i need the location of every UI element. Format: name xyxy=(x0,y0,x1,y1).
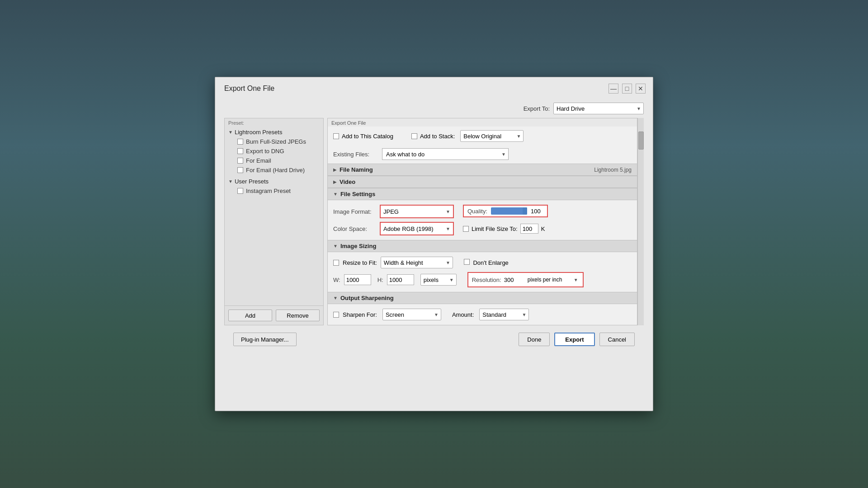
image-format-row: Image Format: JPEG PSD TIFF DNG Orig xyxy=(333,205,454,218)
image-sizing-section-divider: ▼ Image Sizing xyxy=(328,240,637,252)
sharpen-for-checkbox[interactable] xyxy=(333,312,339,318)
export-dialog: Export One File — □ ✕ Export To: Hard Dr… xyxy=(215,77,653,411)
sharpen-for-select[interactable]: Screen Matte Paper Glossy Paper xyxy=(382,309,441,320)
lightroom-presets-group: ▼ Lightroom Presets Burn Full-Sized JPEG… xyxy=(225,127,323,176)
below-original-select[interactable]: Below Original Above Original xyxy=(460,130,524,142)
export-to-select[interactable]: Hard Drive Email CD/DVD xyxy=(553,103,644,114)
right-panel-header: Export One File xyxy=(328,118,637,127)
user-presets-label: User Presets xyxy=(235,178,269,185)
sidebar-item-instagram[interactable]: Instagram Preset xyxy=(225,186,323,196)
dont-enlarge-label: Don't Enlarge xyxy=(473,259,508,266)
lightroom-presets-header[interactable]: ▼ Lightroom Presets xyxy=(225,127,323,137)
right-panel-scrollbar[interactable] xyxy=(637,118,644,325)
close-button[interactable]: ✕ xyxy=(636,84,646,94)
resolution-unit-select[interactable]: pixels per inch pixels per cm xyxy=(525,274,579,286)
image-format-label: Image Format: xyxy=(333,208,376,215)
file-settings-triangle: ▼ xyxy=(333,192,338,197)
dialog-titlebar: Export One File — □ ✕ xyxy=(215,77,653,98)
for-email-checkbox[interactable] xyxy=(237,158,243,164)
sharpen-for-select-wrapper: Screen Matte Paper Glossy Paper ▼ xyxy=(382,309,441,320)
instagram-checkbox[interactable] xyxy=(237,188,243,194)
burn-jpegs-label: Burn Full-Sized JPEGs xyxy=(246,138,306,145)
resize-to-fit-checkbox[interactable] xyxy=(333,260,339,266)
pixels-unit-select[interactable]: pixels inches cm xyxy=(420,274,457,286)
preset-sidebar: Preset: ▼ Lightroom Presets Burn Full-Si… xyxy=(224,118,324,325)
add-to-catalog-checkbox[interactable] xyxy=(333,133,339,139)
resize-fit-select-wrapper: Width & Height Dimensions Long Edge Shor… xyxy=(381,257,453,268)
w-input[interactable] xyxy=(344,274,371,285)
color-space-label: Color Space: xyxy=(333,225,376,232)
color-space-select-wrapper: sRGB Adobe RGB (1998) ProPhoto RGB ▼ xyxy=(380,222,454,235)
done-button[interactable]: Done xyxy=(519,333,550,346)
image-sizing-body: Resize to Fit: Width & Height Dimensions… xyxy=(328,252,637,292)
output-sharpening-body: Sharpen For: Screen Matte Paper Glossy P… xyxy=(328,304,637,325)
add-to-stack-checkbox[interactable] xyxy=(411,133,417,139)
file-naming-title: File Naming xyxy=(340,166,373,173)
sharpen-for-label: Sharpen For: xyxy=(343,311,377,318)
output-sharpening-section-divider: ▼ Output Sharpening xyxy=(328,292,637,304)
main-content: Preset: ▼ Lightroom Presets Burn Full-Si… xyxy=(224,118,644,325)
existing-files-row: Existing Files: Ask what to do Choose a … xyxy=(328,145,637,164)
burn-jpegs-checkbox[interactable] xyxy=(237,139,243,145)
video-section-header[interactable]: ▶ Video xyxy=(328,176,637,188)
resolution-input[interactable] xyxy=(504,275,522,285)
file-naming-section-header[interactable]: ▶ File Naming Lightroom 5.jpg xyxy=(328,164,637,175)
file-settings-title: File Settings xyxy=(340,191,375,197)
add-to-catalog-label: Add to This Catalog xyxy=(342,133,393,140)
for-email-hd-label: For Email (Hard Drive) xyxy=(246,167,305,174)
amount-select-wrapper: Low Standard High ▼ xyxy=(479,309,529,320)
quality-slider-track[interactable] xyxy=(491,207,527,215)
color-space-select[interactable]: sRGB Adobe RGB (1998) ProPhoto RGB xyxy=(381,223,453,235)
add-to-stack-label: Add to Stack: xyxy=(420,133,455,140)
image-format-select[interactable]: JPEG PSD TIFF DNG Original xyxy=(381,206,453,217)
plugin-manager-button[interactable]: Plug-in Manager... xyxy=(233,333,297,346)
export-to-row: Export To: Hard Drive Email CD/DVD ▼ xyxy=(224,98,644,118)
limit-file-size-unit: K xyxy=(541,225,545,232)
video-title: Video xyxy=(340,178,355,185)
remove-preset-button[interactable]: Remove xyxy=(276,310,320,321)
limit-file-size-row: Limit File Size To: K xyxy=(463,221,548,234)
sidebar-item-burn-jpegs[interactable]: Burn Full-Sized JPEGs xyxy=(225,137,323,146)
scrollbar-thumb[interactable] xyxy=(638,131,644,150)
sidebar-item-export-dng[interactable]: Export to DNG xyxy=(225,146,323,156)
output-sharpening-section-header[interactable]: ▼ Output Sharpening xyxy=(328,292,637,304)
maximize-button[interactable]: □ xyxy=(622,84,632,94)
cancel-button[interactable]: Cancel xyxy=(599,333,635,346)
export-button[interactable]: Export xyxy=(554,333,594,346)
limit-file-size-input[interactable] xyxy=(520,224,538,234)
resolution-label: Resolution: xyxy=(472,277,501,283)
dialog-footer: Plug-in Manager... Done Export Cancel xyxy=(224,325,644,353)
resize-fit-select[interactable]: Width & Height Dimensions Long Edge Shor… xyxy=(381,257,453,268)
sharpen-row: Sharpen For: Screen Matte Paper Glossy P… xyxy=(333,309,632,320)
resize-to-fit-label: Resize to Fit: xyxy=(343,259,377,266)
dont-enlarge-checkbox[interactable] xyxy=(464,259,470,265)
dialog-body: Export To: Hard Drive Email CD/DVD ▼ Pr xyxy=(215,98,653,361)
video-section-divider: ▶ Video xyxy=(328,176,637,188)
quality-value: 100 xyxy=(531,208,543,215)
resize-row: Resize to Fit: Width & Height Dimensions… xyxy=(333,257,632,272)
image-format-select-wrapper: JPEG PSD TIFF DNG Original ▼ xyxy=(380,205,454,218)
image-sizing-triangle: ▼ xyxy=(333,244,338,249)
amount-select[interactable]: Low Standard High xyxy=(479,309,529,320)
existing-files-select[interactable]: Ask what to do Choose a new name for the… xyxy=(382,148,509,160)
image-sizing-section-header[interactable]: ▼ Image Sizing xyxy=(328,240,637,252)
dialog-title: Export One File xyxy=(224,84,274,93)
sidebar-content: ▼ Lightroom Presets Burn Full-Sized JPEG… xyxy=(225,127,323,321)
existing-files-select-wrapper: Ask what to do Choose a new name for the… xyxy=(382,148,509,160)
quality-slider-fill xyxy=(491,207,527,215)
limit-file-size-checkbox[interactable] xyxy=(463,226,469,232)
add-preset-button[interactable]: Add xyxy=(228,310,272,321)
user-presets-header[interactable]: ▼ User Presets xyxy=(225,177,323,186)
minimize-button[interactable]: — xyxy=(609,84,618,94)
for-email-hd-checkbox[interactable] xyxy=(237,167,243,173)
file-settings-section-header[interactable]: ▼ File Settings xyxy=(328,188,637,200)
h-input[interactable] xyxy=(387,274,414,285)
sidebar-item-for-email-hard-drive[interactable]: For Email (Hard Drive) xyxy=(225,165,323,175)
pixels-unit-wrapper: pixels inches cm ▼ xyxy=(420,274,457,286)
export-dng-checkbox[interactable] xyxy=(237,148,243,154)
resolution-unit-wrapper: pixels per inch pixels per cm ▼ xyxy=(525,274,579,286)
footer-right: Done Export Cancel xyxy=(519,333,635,346)
quality-slider-thumb[interactable] xyxy=(523,207,527,215)
file-settings-body: Image Format: JPEG PSD TIFF DNG Orig xyxy=(328,200,637,240)
sidebar-item-for-email[interactable]: For Email xyxy=(225,156,323,165)
